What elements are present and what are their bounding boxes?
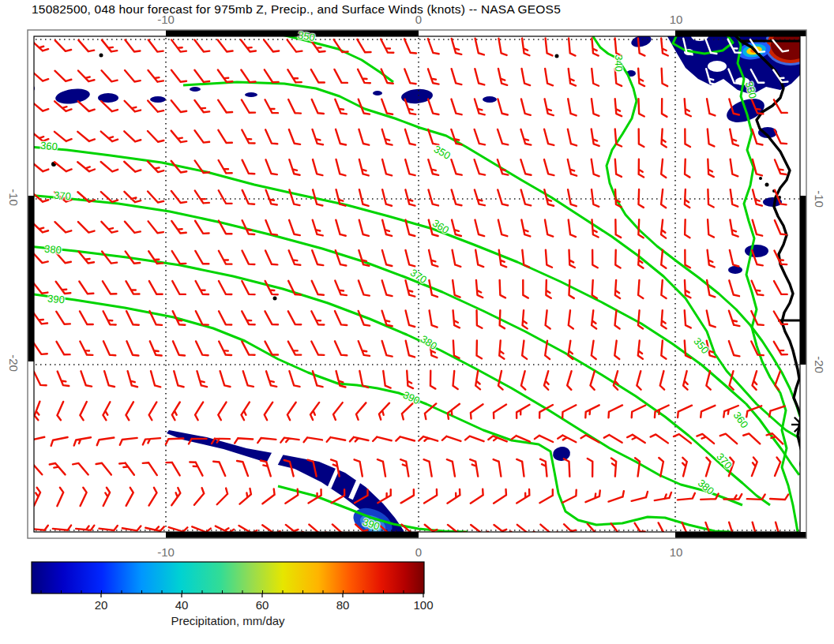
axis-tick-bottom: 10 [670,545,683,559]
axis-tick-right: -20 [813,356,826,373]
colorbar-tick-label: 40 [175,598,189,612]
colorbar [32,562,424,597]
colorbar-tick-label: 20 [95,598,108,612]
station-marker [791,414,812,435]
colorbar-tick-label: 80 [336,598,350,612]
contour-value-label: 390 [47,293,66,306]
axis-tick-bottom: 0 [415,545,422,559]
axis-tick-top: 10 [670,13,683,26]
axis-tick-bottom: -10 [157,545,175,559]
map-frame [28,30,806,538]
contour-value-label: 370 [54,189,72,203]
axis-tick-left: -10 [7,189,21,206]
axis-tick-left: -20 [7,354,21,372]
colorbar-tick-label: 60 [256,598,269,612]
axis-tick-right: -10 [813,190,826,208]
axis-tick-top: -10 [157,13,175,26]
weather-chart: 15082500, 048 hour forecast for 975mb Z,… [0,0,834,644]
colorbar-caption: Precipitation, mm/day [171,614,284,627]
colorbar-tick-label: 100 [413,598,433,612]
contour-value-label: 340 [613,54,625,72]
axis-tick-top: 0 [415,13,422,26]
height-contour-380 [28,246,742,505]
contour-value-label: 380 [44,243,62,256]
colorbar-gradient [32,562,424,593]
coastline [727,24,806,532]
contour-value-label: 360 [40,140,58,153]
